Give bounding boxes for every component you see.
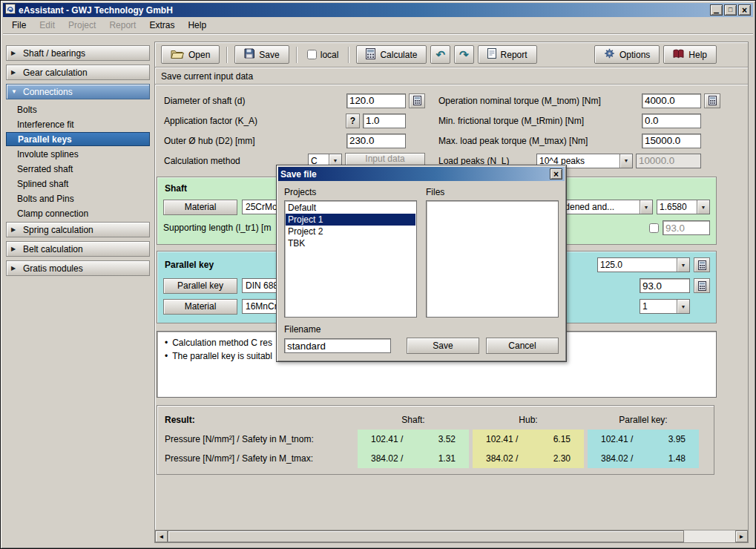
pressure-value: 102.41 / bbox=[601, 434, 633, 444]
undo-button[interactable]: ↶ bbox=[430, 45, 450, 64]
scrollbar-thumb[interactable] bbox=[168, 530, 684, 542]
files-list[interactable] bbox=[426, 200, 559, 318]
sidebar-group-gear-calculation[interactable]: ▶ Gear calculation bbox=[6, 65, 150, 80]
maximize-icon: □ bbox=[729, 7, 732, 13]
chevron-down-icon[interactable]: ▼ bbox=[640, 200, 652, 214]
key-count-controls: 1 ▼ bbox=[640, 299, 710, 314]
maximize-button[interactable]: □ bbox=[724, 4, 737, 16]
menu-help[interactable]: Help bbox=[182, 18, 212, 33]
collapsed-arrow-icon: ▶ bbox=[11, 70, 18, 76]
chevron-down-icon[interactable]: ▼ bbox=[697, 200, 709, 214]
bullet-icon: • bbox=[165, 338, 168, 348]
toolbar-separator bbox=[348, 47, 349, 63]
open-button[interactable]: Open bbox=[161, 45, 220, 64]
horizontal-scrollbar[interactable]: ◄ ► bbox=[155, 530, 748, 542]
project-item-default[interactable]: Default bbox=[286, 202, 415, 214]
sidebar-item-bolts-and-pins[interactable]: Bolts and Pins bbox=[6, 191, 150, 206]
key-count-value: 1 bbox=[640, 301, 677, 312]
min-frictional-torque-input[interactable] bbox=[642, 114, 701, 128]
key-length-input[interactable] bbox=[640, 278, 690, 293]
results-header-row: Result: Shaft: Hub: Parallel key: bbox=[157, 410, 714, 430]
diameter-of-shaft-input[interactable] bbox=[346, 93, 406, 108]
dialog-close-button[interactable]: × bbox=[550, 168, 562, 180]
operation-nominal-torque-input[interactable] bbox=[642, 93, 701, 108]
outer-hub-diameter-input[interactable] bbox=[346, 134, 406, 148]
parallel-key-button[interactable]: Parallel key bbox=[163, 278, 237, 294]
shaft-material-button[interactable]: Material bbox=[163, 200, 237, 215]
scroll-right-button[interactable]: ► bbox=[735, 530, 748, 542]
chevron-down-icon[interactable]: ▼ bbox=[677, 258, 689, 272]
sidebar-item-parallel-keys[interactable]: Parallel keys bbox=[6, 132, 150, 146]
local-checkbox[interactable] bbox=[307, 50, 317, 59]
supporting-length-controls bbox=[649, 220, 710, 235]
application-factor-help-button[interactable]: ? bbox=[346, 114, 360, 128]
dialog-save-button[interactable]: Save bbox=[407, 338, 479, 354]
app-window: eAssistant - GWJ Technology GmbH ▁ □ × F… bbox=[0, 0, 756, 549]
result-cell-parallel-key: 384.02 / 1.48 bbox=[588, 449, 699, 468]
report-document-icon bbox=[487, 48, 496, 61]
supporting-length-checkbox[interactable] bbox=[649, 223, 659, 233]
results-column-parallel-key: Parallel key: bbox=[588, 415, 699, 425]
sidebar-item-splined-shaft[interactable]: Splined shaft bbox=[6, 177, 150, 191]
report-label: Report bbox=[501, 50, 527, 60]
scrollbar-track[interactable] bbox=[168, 530, 735, 542]
pressure-value: 384.02 / bbox=[486, 453, 518, 464]
result-cell-hub: 384.02 / 2.30 bbox=[473, 449, 584, 468]
project-item-project-2[interactable]: Project 2 bbox=[286, 226, 415, 237]
chevron-down-icon[interactable]: ▼ bbox=[619, 154, 632, 168]
result-cell-shaft: 384.02 / 1.31 bbox=[358, 449, 469, 468]
help-button[interactable]: Help bbox=[663, 45, 717, 64]
report-button[interactable]: Report bbox=[478, 45, 537, 64]
max-load-peak-torque-input[interactable] bbox=[642, 134, 701, 148]
results-title: Result: bbox=[157, 415, 354, 425]
application-factor-input[interactable] bbox=[363, 114, 406, 128]
material-number-value: 1.6580 bbox=[657, 202, 697, 212]
key-material-button[interactable]: Material bbox=[163, 299, 237, 315]
sidebar-item-bolts[interactable]: Bolts bbox=[6, 102, 150, 116]
material-number-select[interactable]: 1.6580 ▼ bbox=[657, 200, 710, 214]
sidebar-group-belt-calculation[interactable]: ▶ Belt calculation bbox=[6, 241, 150, 257]
project-item-tbk[interactable]: TBK bbox=[286, 237, 415, 249]
key-count-select[interactable]: 1 ▼ bbox=[640, 299, 690, 314]
menu-project: Project bbox=[62, 18, 102, 33]
sidebar-group-connections[interactable]: ▼ Connections bbox=[6, 84, 150, 99]
minimize-button[interactable]: ▁ bbox=[710, 4, 723, 16]
torque-calculator-button[interactable] bbox=[704, 93, 720, 108]
key-diameter-calculator-button[interactable] bbox=[694, 257, 710, 272]
sidebar-item-serrated-shaft[interactable]: Serrated shaft bbox=[6, 162, 150, 176]
pressure-value: 102.41 / bbox=[371, 434, 403, 444]
sidebar-item-involute-splines[interactable]: Involute splines bbox=[6, 147, 150, 161]
results-column-hub: Hub: bbox=[473, 415, 584, 425]
dialog-cancel-button[interactable]: Cancel bbox=[486, 338, 559, 354]
sidebar-item-clamp-connection[interactable]: Clamp connection bbox=[6, 206, 150, 220]
menu-extras[interactable]: Extras bbox=[143, 18, 180, 33]
sidebar-group-shaft-bearings[interactable]: ▶ Shaft / bearings bbox=[6, 45, 150, 61]
sidebar-item-interference-fit[interactable]: Interference fit bbox=[6, 117, 150, 131]
save-button[interactable]: Save bbox=[234, 45, 289, 64]
key-length-calculator-button[interactable] bbox=[694, 278, 710, 293]
diameter-calculator-button[interactable] bbox=[409, 93, 425, 108]
supporting-length-label: Supporting length (l_tr1) [m bbox=[163, 223, 271, 233]
projects-label: Projects bbox=[284, 187, 417, 197]
menu-file[interactable]: File bbox=[6, 18, 32, 33]
save-label: Save bbox=[259, 50, 279, 60]
close-button[interactable]: × bbox=[738, 4, 751, 16]
redo-button[interactable]: ↷ bbox=[454, 45, 474, 64]
options-button[interactable]: Options bbox=[594, 45, 660, 64]
sidebar-group-gratis-modules[interactable]: ▶ Gratis modules bbox=[6, 260, 150, 276]
project-item-project-1[interactable]: Project 1 bbox=[286, 214, 415, 226]
chevron-down-icon[interactable]: ▼ bbox=[677, 300, 689, 313]
projects-list[interactable]: Default Project 1 Project 2 TBK bbox=[284, 200, 417, 318]
min-frictional-torque-label: Min. frictional torque (M_tRmin) [Nm] bbox=[438, 116, 584, 126]
title-bar: eAssistant - GWJ Technology GmbH ▁ □ × bbox=[3, 3, 753, 17]
filename-input[interactable] bbox=[284, 338, 391, 353]
sidebar-group-spring-calculation[interactable]: ▶ Spring calculation bbox=[6, 222, 150, 237]
scroll-left-button[interactable]: ◄ bbox=[155, 530, 168, 542]
group-label: Belt calculation bbox=[23, 244, 83, 254]
outer-hub-diameter-label: Outer Ø hub (D2) [mm] bbox=[164, 136, 255, 146]
calculate-button[interactable]: Calculate bbox=[356, 45, 427, 64]
projects-column: Projects Default Project 1 Project 2 TBK bbox=[284, 187, 417, 318]
application-factor-label: Application factor (K_A) bbox=[164, 116, 257, 126]
group-label: Connections bbox=[23, 87, 73, 97]
key-diameter-select[interactable]: 125.0 ▼ bbox=[597, 257, 690, 272]
